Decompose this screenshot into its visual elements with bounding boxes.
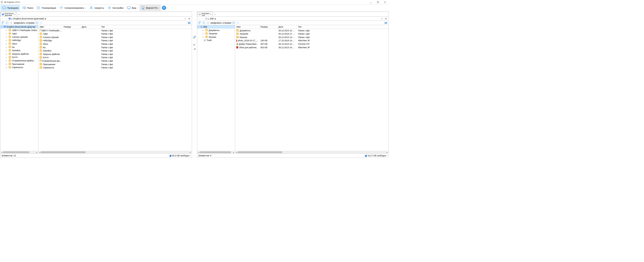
chevron-right-icon[interactable]: ▸ <box>6 36 8 38</box>
col-type[interactable]: Тип <box>100 25 192 29</box>
tree-scrollbar[interactable]: ◀▶ <box>197 151 235 154</box>
preview-icon[interactable] <box>232 21 235 25</box>
toolbar-scheduler[interactable]: Планировщик <box>35 5 58 11</box>
list-item[interactable]: SaneBoxПапка с фаі <box>38 49 192 52</box>
toolbar-explorer[interactable]: Проводник <box>0 5 20 11</box>
encrypt-label[interactable]: Шифровать отправки <box>210 22 231 24</box>
chevron-down-icon[interactable]: ▾ <box>198 26 200 28</box>
col-size[interactable]: Размер <box>259 25 277 29</box>
tree-node[interactable]: ▸Загрузки <box>197 32 235 35</box>
tree-root[interactable]: ▾ disk <box>197 25 235 29</box>
add-tab-button[interactable]: + <box>17 12 21 16</box>
tree-node[interactable]: ▸Apps <box>0 32 38 35</box>
nav-forward-button[interactable]: → <box>5 18 8 20</box>
view-mode-icon[interactable]: ▾ <box>384 21 388 25</box>
favorite-button[interactable]: ☆ <box>380 17 384 20</box>
list-item[interactable]: Документы26.12.2013 14:29...Папка с фаі <box>235 29 388 32</box>
tree-toggle-icon[interactable] <box>198 21 202 25</box>
list-item[interactable]: СкриншотыПапка с фаі <box>38 66 192 69</box>
column-headers[interactable]: Имя ^ Размер Дата Тип <box>235 25 388 29</box>
col-size[interactable]: Размер <box>62 25 80 29</box>
tree-node[interactable]: ▸HelloSign <box>0 39 38 42</box>
list-item[interactable]: Добро Пожаловат...457 KB26.12.2013 14:29… <box>235 42 388 46</box>
tree-node[interactable]: ▸Отправленные файлы <box>0 59 38 62</box>
toolbar-pro[interactable]: Версия Pro ▾ <box>140 5 161 11</box>
tree-node[interactable]: ▸No <box>0 45 38 49</box>
tree-node[interactable]: ▸ABBYY FineReader Online <box>0 29 38 32</box>
dropdown-icon[interactable]: ▾ <box>190 155 191 156</box>
dropdown-icon[interactable]: ▾ <box>387 155 388 156</box>
left-filelist[interactable]: Имя ^ Размер Дата Тип ABBYY FineReader .… <box>38 25 192 153</box>
link-icon[interactable]: 🔗 <box>193 35 196 39</box>
list-item[interactable]: Отправленные фа...Папка с фаі <box>38 59 192 63</box>
list-item[interactable]: КостяПапка с фаі <box>38 56 192 59</box>
col-date[interactable]: Дата <box>278 25 297 29</box>
chevron-right-icon[interactable]: ▸ <box>6 33 8 34</box>
toolbar-view[interactable]: Вид ▾ <box>125 5 139 11</box>
list-item[interactable]: InboxПапка с фаі <box>38 42 192 46</box>
preview-icon[interactable] <box>35 21 38 25</box>
chevron-right-icon[interactable]: ▸ <box>6 39 8 41</box>
tree-node-trash[interactable]: 🗑 Trash <box>197 39 235 42</box>
tree-node[interactable]: ▸Приложения <box>0 62 38 66</box>
list-item[interactable]: AppsПапка с фаі <box>38 32 192 35</box>
encrypt-label[interactable]: Шифровать отправки <box>14 22 34 24</box>
tree-scrollbar[interactable]: ◀▶ <box>0 151 38 154</box>
tree-node[interactable]: ▸Документы <box>197 29 235 32</box>
chevron-right-icon[interactable]: ▸ <box>6 53 8 55</box>
tree-root[interactable]: ▾ Dropbox [Константин Докучае <box>0 25 38 29</box>
list-scrollbar[interactable]: ◀▶ <box>38 151 192 154</box>
toolbar-accounts[interactable]: Аккаунты <box>88 5 106 11</box>
toolbar-sync[interactable]: Синхронизировать ▾ <box>58 5 87 11</box>
tree-node[interactable]: ▸Скриншоты <box>0 66 38 69</box>
view-mode-icon[interactable]: ▾ <box>188 21 191 25</box>
col-name[interactable]: Имя ^ <box>38 25 62 29</box>
list-item[interactable]: ABBYY FineReader ...Папка с фаі <box>38 29 192 32</box>
chevron-right-icon[interactable]: ▸ <box>203 29 204 31</box>
right-tree[interactable]: ▾ disk ▸Документы▸Загрузки▸Музыка 🗑 Tras… <box>197 25 235 153</box>
chevron-right-icon[interactable]: ▸ <box>6 60 8 61</box>
close-tab-icon[interactable]: × <box>14 13 16 15</box>
list-scrollbar[interactable]: ◀▶ <box>235 151 388 154</box>
left-tree[interactable]: ▾ Dropbox [Константин Докучае ▸ABBYY Fin… <box>0 25 38 153</box>
list-item[interactable]: Загрузки05.12.2018 17:58...Папка с фаі <box>235 32 388 35</box>
chevron-right-icon[interactable]: ▸ <box>203 36 204 38</box>
chevron-right-icon[interactable]: ▸ <box>6 46 8 48</box>
tree-node[interactable]: ▸Camera Uploads <box>0 35 38 39</box>
list-item[interactable]: Запросы файловПапка с фаі <box>38 52 192 56</box>
list-item[interactable]: Camera UploadsПапка с фаі <box>38 35 192 39</box>
chevron-right-icon[interactable]: ▸ <box>6 67 8 68</box>
right-tab[interactable]: docku4aev .cost × <box>197 12 213 16</box>
refresh-button[interactable]: ↻ <box>188 17 191 20</box>
nav-back-button[interactable]: ← <box>1 18 4 20</box>
star-filter-icon[interactable]: ☆▾ <box>236 21 240 25</box>
tree-toggle-icon[interactable] <box>1 21 5 25</box>
tree-node[interactable]: ▸Музыка <box>197 35 235 39</box>
panel-toggle-icon[interactable] <box>202 21 206 25</box>
left-tab[interactable]: Константин Докучаев × <box>0 12 17 16</box>
list-item[interactable]: Обои для рабочег...915 KB26.12.2013 14:2… <box>235 46 388 49</box>
toolbar-search[interactable]: Поиск <box>20 5 35 11</box>
tree-node[interactable]: ▸SaneBox <box>0 49 38 52</box>
col-date[interactable]: Дата <box>81 25 100 29</box>
col-name[interactable]: Имя ^ <box>235 25 259 29</box>
tree-node[interactable]: ▸Inbox <box>0 42 38 45</box>
list-item[interactable]: HelloSignПапка с фаі <box>38 39 192 42</box>
move-left-button[interactable]: ◀ <box>194 47 196 50</box>
add-tab-button[interactable]: + <box>213 12 217 16</box>
lock-icon[interactable] <box>10 21 13 25</box>
list-item[interactable]: NoПапка с фаі <box>38 46 192 49</box>
breadcrumb-segment[interactable]: disk <box>210 17 214 20</box>
chevron-right-icon[interactable]: ▸ <box>6 43 8 44</box>
col-type[interactable]: Тип <box>297 25 388 29</box>
chevron-right-icon[interactable]: ▸ <box>6 63 8 65</box>
nav-forward-button[interactable]: → <box>202 18 204 20</box>
chevron-right-icon[interactable]: ▸ <box>203 33 204 34</box>
close-button[interactable] <box>382 0 388 4</box>
chevron-right-icon[interactable]: ▸ <box>6 50 8 51</box>
list-item[interactable]: Музыка26.12.2013 14:29...Папка с фаі <box>235 35 388 39</box>
favorite-button[interactable]: ☆ <box>183 17 187 20</box>
right-filelist[interactable]: Имя ^ Размер Дата Тип Документы26.12.201… <box>235 25 388 153</box>
maximize-button[interactable] <box>374 0 382 4</box>
chevron-down-icon[interactable]: ▾ <box>1 26 3 28</box>
